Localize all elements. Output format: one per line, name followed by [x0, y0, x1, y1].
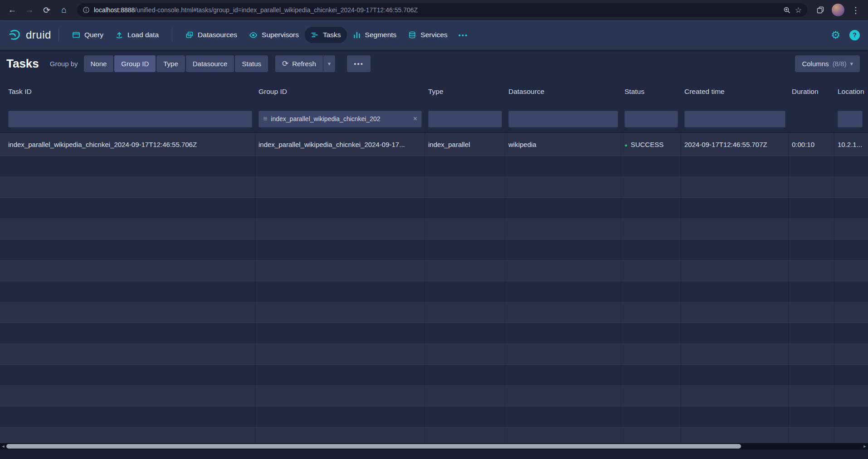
chevron-down-icon: ▾ [850, 60, 853, 67]
table-row[interactable]: index_parallel_wikipedia_chicnkei_2024-0… [0, 133, 868, 156]
columns-button[interactable]: Columns (8/8) ▾ [795, 55, 860, 72]
header-type[interactable]: Type [428, 88, 508, 96]
settings-gear-icon[interactable]: ⚙ [831, 29, 840, 41]
zoom-icon[interactable] [783, 6, 791, 14]
task-id-filter-input[interactable] [8, 111, 252, 127]
tasks-icon [311, 31, 319, 39]
site-info-icon[interactable] [83, 6, 90, 14]
nav-load-data-label: Load data [127, 31, 159, 39]
nav-services-label: Services [420, 31, 447, 39]
nav-query[interactable]: Query [66, 27, 109, 43]
query-icon [72, 31, 80, 39]
header-group-id[interactable]: Group ID [258, 88, 428, 96]
refresh-icon: ⟳ [282, 59, 288, 68]
group-by-none-button[interactable]: None [84, 55, 114, 72]
scroll-left-icon[interactable]: ◄ [0, 443, 6, 449]
columns-label: Columns [802, 60, 829, 68]
nav-tasks[interactable]: Tasks [305, 27, 347, 43]
scroll-right-icon[interactable]: ► [862, 443, 868, 449]
cell-task-id[interactable]: index_parallel_wikipedia_chicnkei_2024-0… [8, 141, 258, 148]
cell-group-id: index_parallel_wikipedia_chicnkei_2024-0… [258, 141, 428, 148]
nav-query-label: Query [84, 31, 103, 39]
segments-icon [353, 31, 361, 39]
cell-location: 10.2.1... [838, 141, 868, 148]
created-time-filter-input[interactable] [684, 111, 785, 127]
browser-toolbar: ← → ⟳ ⌂ localhost:8888/unified-console.h… [0, 0, 868, 20]
refresh-interval-caret-button[interactable]: ▾ [323, 55, 336, 72]
status-dot-icon: ● [624, 142, 628, 148]
cell-duration: 0:00:10 [792, 141, 838, 148]
druid-brand[interactable]: druid [8, 28, 51, 42]
status-badge: SUCCESS [631, 141, 664, 148]
nav-datasources-label: Datasources [198, 31, 237, 39]
nav-more-button[interactable]: ••• [454, 27, 473, 43]
avatar[interactable] [832, 4, 844, 16]
header-duration[interactable]: Duration [792, 88, 838, 96]
datasource-filter-input[interactable] [508, 111, 618, 127]
location-filter-input[interactable] [838, 111, 863, 127]
url-path: /unified-console.html#tasks/group_id=ind… [135, 6, 418, 14]
extensions-icon[interactable] [813, 2, 828, 18]
back-icon[interactable]: ← [5, 2, 20, 18]
table-body: index_parallel_wikipedia_chicnkei_2024-0… [0, 133, 868, 443]
url-host: localhost:8888 [94, 6, 135, 14]
cell-type: index_parallel [428, 141, 508, 148]
cell-created-time: 2024-09-17T12:46:55.707Z [684, 141, 792, 148]
table-row-empty [0, 302, 868, 323]
table-row-empty [0, 427, 868, 443]
header-location[interactable]: Location [838, 88, 868, 96]
horizontal-scrollbar[interactable]: ◄ ► [0, 443, 868, 449]
divider [172, 29, 172, 41]
refresh-button[interactable]: ⟳ Refresh [275, 55, 323, 72]
divider [59, 29, 59, 41]
table-row-empty [0, 177, 868, 198]
filter-icon: ≡ [263, 115, 267, 123]
group-by-button-group: None Group ID Type Datasource Status [84, 55, 268, 72]
group-by-group-id-button[interactable]: Group ID [114, 55, 156, 72]
nav-supervisors[interactable]: Supervisors [243, 27, 305, 44]
columns-count: (8/8) [833, 60, 847, 68]
nav-segments[interactable]: Segments [347, 27, 403, 43]
app-navbar: druid Query Load data Datasources [0, 20, 868, 50]
status-filter-input[interactable] [624, 111, 678, 127]
reload-icon[interactable]: ⟳ [39, 2, 54, 18]
load-data-icon [115, 31, 123, 39]
cell-datasource: wikipedia [508, 141, 624, 148]
group-id-filter-value: index_parallel_wikipedia_chicnkei_202 [271, 115, 409, 122]
table-row-empty [0, 239, 868, 260]
table-row-empty [0, 344, 868, 365]
clear-filter-icon[interactable]: × [413, 115, 417, 123]
table-row-empty [0, 323, 868, 344]
header-status-label: Status [624, 88, 644, 95]
druid-logo-icon [8, 28, 22, 42]
group-by-type-button[interactable]: Type [156, 55, 185, 72]
help-icon[interactable]: ? [849, 30, 860, 40]
home-icon[interactable]: ⌂ [56, 2, 72, 18]
group-id-filter-input[interactable]: ≡ index_parallel_wikipedia_chicnkei_202 … [258, 111, 422, 127]
services-icon [408, 31, 416, 39]
page-title: Tasks [6, 57, 39, 71]
group-by-datasource-button[interactable]: Datasource [186, 55, 234, 72]
horizontal-scrollbar-thumb[interactable] [6, 444, 741, 449]
type-filter-input[interactable] [428, 111, 502, 127]
table-row-empty [0, 260, 868, 281]
header-datasource[interactable]: Datasource [508, 88, 624, 96]
more-actions-button[interactable]: ••• [347, 55, 371, 72]
forward-icon[interactable]: → [22, 2, 37, 18]
nav-datasources[interactable]: Datasources [180, 27, 243, 43]
refresh-split-button: ⟳ Refresh ▾ [275, 55, 335, 72]
header-created-time[interactable]: Created time [684, 88, 792, 96]
group-by-status-button[interactable]: Status [235, 55, 268, 72]
table-row-empty [0, 406, 868, 427]
supervisors-icon [249, 31, 258, 39]
cell-status: ●SUCCESS [624, 141, 684, 148]
browser-menu-icon[interactable]: ⋮ [848, 2, 863, 18]
header-status[interactable]: Status [624, 88, 684, 96]
header-task-id[interactable]: Task ID [8, 88, 258, 96]
bookmark-icon[interactable]: ☆ [795, 5, 802, 15]
nav-services[interactable]: Services [402, 27, 453, 43]
table-row-empty [0, 156, 868, 177]
nav-load-data[interactable]: Load data [109, 27, 165, 43]
address-bar[interactable]: localhost:8888/unified-console.html#task… [77, 3, 807, 17]
table-header-row: Task ID Group ID Type Datasource Status … [0, 78, 868, 105]
